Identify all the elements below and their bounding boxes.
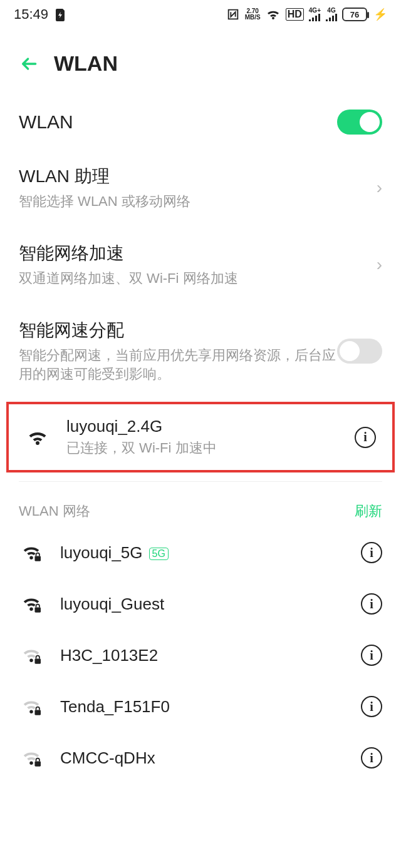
network-info-button[interactable]: i xyxy=(361,542,382,563)
band-badge: 5G xyxy=(149,548,169,560)
smart-network-accel-row[interactable]: 智能网络加速 双通道网络加速、双 Wi-Fi 网络加速 › xyxy=(19,227,382,304)
chevron-right-icon: › xyxy=(370,178,382,198)
network-name: luyouqi_5G5G xyxy=(60,543,345,563)
network-status: 已连接，双 Wi-Fi 加速中 xyxy=(66,439,338,457)
svg-point-8 xyxy=(29,762,33,765)
battery-icon: 76 xyxy=(342,8,367,21)
network-info-button[interactable]: i xyxy=(361,645,382,666)
svg-rect-9 xyxy=(34,762,41,767)
connected-network-row[interactable]: luyouqi_2.4G 已连接，双 Wi-Fi 加速中 xyxy=(66,417,338,457)
row-subtitle: 智能分配网速，当前应用优先享用网络资源，后台应用的网速可能受到影响。 xyxy=(19,346,337,385)
svg-rect-5 xyxy=(34,659,41,664)
smart-speed-alloc-row[interactable]: 智能网速分配 智能分配网速，当前应用优先享用网络资源，后台应用的网速可能受到影响… xyxy=(19,304,382,400)
divider xyxy=(19,481,382,482)
nfc-icon xyxy=(226,8,240,21)
network-name: luyouqi_2.4G xyxy=(66,417,338,436)
signal-1: 4G+ xyxy=(309,8,321,21)
status-time: 15:49 xyxy=(14,6,48,23)
networks-section-header: WLAN 网络 刷新 xyxy=(0,491,401,527)
wifi-weak-lock-icon xyxy=(19,748,44,767)
chevron-right-icon: › xyxy=(370,255,382,275)
net-speed: 2.70 MB/S xyxy=(245,8,261,21)
network-row[interactable]: H3C_1013E2i xyxy=(0,630,401,681)
network-info-button[interactable]: i xyxy=(361,593,382,615)
back-arrow-icon[interactable] xyxy=(19,54,39,74)
row-subtitle: 双通道网络加速、双 Wi-Fi 网络加速 xyxy=(19,269,370,288)
charging-icon: ⚡ xyxy=(373,8,387,21)
network-info-button[interactable]: i xyxy=(361,696,382,717)
speed-alloc-toggle[interactable] xyxy=(337,339,382,364)
wifi-weak-lock-icon xyxy=(19,697,44,716)
svg-rect-7 xyxy=(34,710,41,715)
network-row[interactable]: CMCC-qDHxi xyxy=(0,732,401,784)
network-name: CMCC-qDHx xyxy=(60,748,345,768)
row-title: WLAN 助理 xyxy=(19,165,370,188)
refresh-button[interactable]: 刷新 xyxy=(355,502,382,521)
svg-rect-1 xyxy=(34,556,41,561)
wlan-toggle-switch[interactable] xyxy=(337,110,382,135)
wlan-label: WLAN xyxy=(19,111,73,133)
svg-point-6 xyxy=(29,710,33,713)
wifi-weak-lock-icon xyxy=(19,646,44,665)
row-title: 智能网速分配 xyxy=(19,319,337,342)
wlan-master-toggle-row[interactable]: WLAN xyxy=(19,94,382,150)
network-row[interactable]: luyouqi_5G5Gi xyxy=(0,527,401,578)
wlan-assistant-row[interactable]: WLAN 助理 智能选择 WLAN 或移动网络 › xyxy=(19,150,382,227)
network-name: H3C_1013E2 xyxy=(60,646,345,665)
page-header: WLAN xyxy=(0,26,401,94)
wifi-strong-lock-icon xyxy=(19,543,44,562)
svg-point-2 xyxy=(29,608,33,611)
svg-point-4 xyxy=(29,659,33,662)
battery-saver-icon xyxy=(55,8,66,21)
network-name: Tenda_F151F0 xyxy=(60,697,345,717)
network-name: luyouqi_Guest xyxy=(60,595,345,614)
page-title: WLAN xyxy=(54,51,118,76)
status-bar: 15:49 2.70 MB/S HD 4G+ 4G 76 ⚡ xyxy=(0,0,401,26)
hd-icon: HD xyxy=(286,8,304,21)
row-subtitle: 智能选择 WLAN 或移动网络 xyxy=(19,192,370,212)
svg-point-0 xyxy=(29,556,33,559)
signal-2: 4G xyxy=(326,8,337,21)
networks-list: luyouqi_5G5Giluyouqi_GuestiH3C_1013E2iTe… xyxy=(0,527,401,784)
networks-label: WLAN 网络 xyxy=(19,502,90,521)
wifi-strong-lock-icon xyxy=(19,595,44,613)
network-row[interactable]: luyouqi_Guesti xyxy=(0,578,401,630)
svg-rect-3 xyxy=(34,608,41,613)
network-info-button[interactable]: i xyxy=(361,747,382,768)
wifi-status-icon xyxy=(266,8,281,21)
network-info-button[interactable]: i xyxy=(355,427,376,448)
row-title: 智能网络加速 xyxy=(19,242,370,265)
connected-network-highlight: luyouqi_2.4G 已连接，双 Wi-Fi 加速中 i xyxy=(6,402,395,472)
wifi-strong-icon xyxy=(25,428,50,447)
network-row[interactable]: Tenda_F151F0i xyxy=(0,681,401,732)
